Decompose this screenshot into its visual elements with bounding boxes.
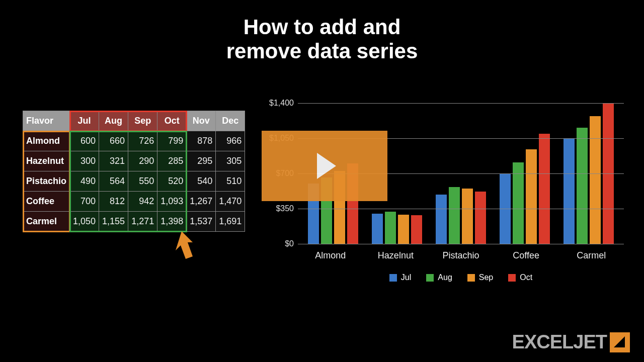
table-cell: 878 bbox=[187, 131, 216, 151]
table-cell: 942 bbox=[128, 192, 157, 212]
legend-item: Jul bbox=[389, 273, 411, 282]
legend-label: Sep bbox=[479, 273, 493, 282]
table-cell: 726 bbox=[128, 131, 157, 151]
brand-text: EXCELJET bbox=[512, 331, 607, 353]
chart-x-tick: Hazelnut bbox=[363, 250, 429, 261]
table-cell: 1,093 bbox=[157, 192, 187, 212]
legend-label: Oct bbox=[520, 273, 532, 282]
table-cell: 1,691 bbox=[216, 212, 245, 232]
chart-x-tick: Pistachio bbox=[428, 250, 494, 261]
table-row: Pistachio490564550520540510 bbox=[23, 171, 245, 192]
legend-swatch bbox=[467, 274, 475, 282]
chart-bar bbox=[411, 215, 422, 244]
row-header: Almond bbox=[23, 131, 70, 151]
table-corner: Flavor bbox=[23, 111, 70, 131]
chart-bar bbox=[372, 214, 383, 244]
chart-y-tick: $1,400 bbox=[262, 99, 294, 108]
table-row: Almond600660726799878966 bbox=[23, 131, 245, 151]
chart-y-tick: $0 bbox=[262, 239, 294, 248]
table-cell: 812 bbox=[99, 192, 128, 212]
data-table-wrap: FlavorJulAugSepOctNovDecAlmond6006607267… bbox=[23, 111, 245, 232]
legend-swatch bbox=[389, 274, 397, 282]
chart-gridline bbox=[298, 209, 624, 209]
chart-legend: JulAugSepOct bbox=[298, 273, 624, 282]
table-cell: 321 bbox=[99, 151, 128, 171]
table-cell: 600 bbox=[70, 131, 99, 151]
title-line-1: How to add and bbox=[244, 15, 401, 39]
table-cell: 300 bbox=[70, 151, 99, 171]
table-cell: 510 bbox=[216, 171, 245, 192]
chart-x-axis: AlmondHazelnutPistachioCoffeeCarmel bbox=[298, 250, 624, 261]
row-header: Hazelnut bbox=[23, 151, 70, 171]
table-cell: 966 bbox=[216, 131, 245, 151]
legend-item: Aug bbox=[426, 273, 452, 282]
table-header-dec: Dec bbox=[216, 111, 245, 131]
table-cell: 1,537 bbox=[187, 212, 216, 232]
table-cell: 490 bbox=[70, 171, 99, 192]
chart-bar bbox=[577, 128, 588, 244]
table-header-oct: Oct bbox=[157, 111, 187, 131]
row-header: Coffee bbox=[23, 192, 70, 212]
table-cell: 1,155 bbox=[99, 212, 128, 232]
table-header-sep: Sep bbox=[128, 111, 157, 131]
row-header: Carmel bbox=[23, 212, 70, 232]
play-video-button[interactable] bbox=[262, 131, 387, 201]
table-cell: 564 bbox=[99, 171, 128, 192]
table-cell: 520 bbox=[157, 171, 187, 192]
table-cell: 799 bbox=[157, 131, 187, 151]
legend-item: Oct bbox=[508, 273, 532, 282]
chart-x-tick: Carmel bbox=[558, 250, 624, 261]
chart-bar bbox=[526, 149, 537, 244]
table-cell: 660 bbox=[99, 131, 128, 151]
page-title: How to add and remove data series bbox=[0, 15, 644, 64]
table-header-jul: Jul bbox=[70, 111, 99, 131]
chart-x-tick: Almond bbox=[298, 250, 363, 261]
chart-gridline bbox=[298, 244, 624, 244]
chart-bar bbox=[449, 187, 460, 244]
play-icon bbox=[317, 153, 336, 179]
table-cell: 285 bbox=[157, 151, 187, 171]
title-line-2: remove data series bbox=[226, 39, 418, 63]
table-cell: 540 bbox=[187, 171, 216, 192]
table-cell: 700 bbox=[70, 192, 99, 212]
legend-label: Aug bbox=[438, 273, 452, 282]
chart-bar bbox=[564, 138, 575, 244]
table-cell: 1,267 bbox=[187, 192, 216, 212]
table-cell: 1,271 bbox=[128, 212, 157, 232]
legend-swatch bbox=[508, 274, 516, 282]
chart-x-tick: Coffee bbox=[494, 250, 559, 261]
chart-bar bbox=[475, 192, 486, 244]
table-header-nov: Nov bbox=[187, 111, 216, 131]
table-cell: 550 bbox=[128, 171, 157, 192]
chart-gridline bbox=[298, 103, 624, 104]
data-table: FlavorJulAugSepOctNovDecAlmond6006607267… bbox=[23, 111, 245, 232]
chart-bar bbox=[385, 212, 396, 244]
row-header: Pistachio bbox=[23, 171, 70, 192]
table-row: Hazelnut300321290285295305 bbox=[23, 151, 245, 171]
chart-bar bbox=[590, 116, 601, 244]
chart-bar bbox=[398, 215, 409, 244]
legend-label: Jul bbox=[401, 273, 411, 282]
cursor-arrow-icon bbox=[174, 231, 199, 261]
table-cell: 290 bbox=[128, 151, 157, 171]
table-cell: 1,470 bbox=[216, 192, 245, 212]
chart-group bbox=[429, 187, 493, 244]
chart-y-tick: $350 bbox=[262, 204, 294, 213]
table-row: Carmel1,0501,1551,2711,3981,5371,691 bbox=[23, 212, 245, 232]
table-cell: 1,398 bbox=[157, 212, 187, 232]
chart-bar bbox=[513, 162, 524, 244]
chart-bar bbox=[539, 134, 550, 244]
chart-group bbox=[365, 212, 429, 244]
chart-bar bbox=[436, 195, 447, 244]
brand-mark-icon bbox=[610, 332, 630, 352]
table-header-aug: Aug bbox=[99, 111, 128, 131]
chart-bar bbox=[462, 189, 473, 244]
brand-logo: EXCELJET bbox=[512, 331, 630, 353]
table-row: Coffee7008129421,0931,2671,470 bbox=[23, 192, 245, 212]
table-cell: 295 bbox=[187, 151, 216, 171]
table-cell: 1,050 bbox=[70, 212, 99, 232]
table-cell: 305 bbox=[216, 151, 245, 171]
svg-marker-0 bbox=[176, 231, 193, 259]
chart-group bbox=[493, 134, 557, 244]
legend-swatch bbox=[426, 274, 434, 282]
